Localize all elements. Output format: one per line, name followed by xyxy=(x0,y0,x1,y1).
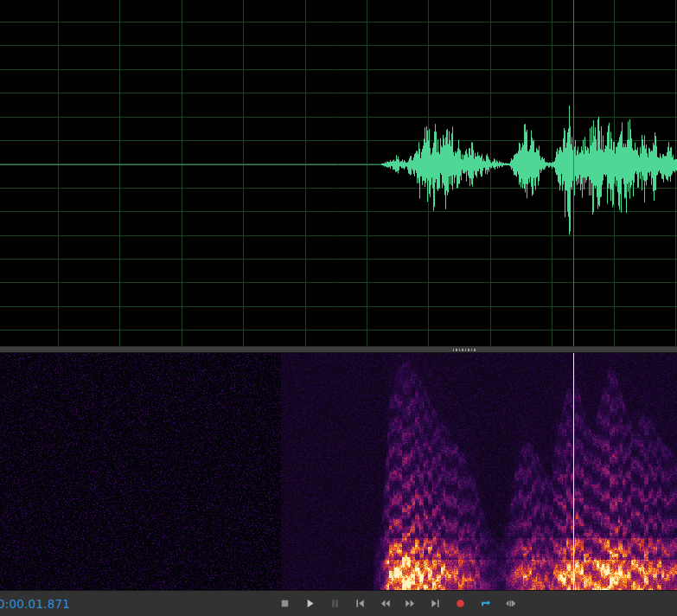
pause-button[interactable] xyxy=(325,594,344,613)
skip-selection-icon xyxy=(504,597,517,610)
skip-start-icon xyxy=(354,597,367,610)
waveform-canvas[interactable] xyxy=(0,0,677,346)
rewind-button[interactable] xyxy=(375,594,394,613)
pause-icon xyxy=(329,597,342,610)
transport-toolbar: 0:00.01.871 xyxy=(0,590,677,616)
play-button[interactable] xyxy=(300,594,319,613)
transport-controls xyxy=(275,591,520,616)
waveform-panel[interactable] xyxy=(0,0,677,346)
rewind-icon xyxy=(379,597,392,610)
record-icon xyxy=(454,597,467,610)
loop-icon xyxy=(479,597,492,610)
fast-forward-button[interactable] xyxy=(400,594,419,613)
record-button[interactable] xyxy=(450,594,469,613)
audio-editor-window: 0:00.01.871 xyxy=(0,0,677,616)
spectrogram-panel[interactable] xyxy=(0,353,677,590)
time-display[interactable]: 0:00.01.871 xyxy=(0,597,70,611)
stop-button[interactable] xyxy=(275,594,294,613)
skip-to-end-button[interactable] xyxy=(425,594,444,613)
panel-divider[interactable] xyxy=(0,346,677,353)
skip-to-start-button[interactable] xyxy=(350,594,369,613)
loop-playback-button[interactable] xyxy=(476,594,495,613)
stop-icon xyxy=(278,597,291,610)
fast-forward-icon xyxy=(404,597,417,610)
playhead-top[interactable] xyxy=(573,0,574,346)
skip-selection-button[interactable] xyxy=(501,594,520,613)
playhead-bottom[interactable] xyxy=(573,353,574,590)
skip-end-icon xyxy=(429,597,442,610)
spectrogram-canvas[interactable] xyxy=(0,353,677,590)
divider-drag-handle[interactable] xyxy=(453,349,476,351)
play-icon xyxy=(303,597,316,610)
